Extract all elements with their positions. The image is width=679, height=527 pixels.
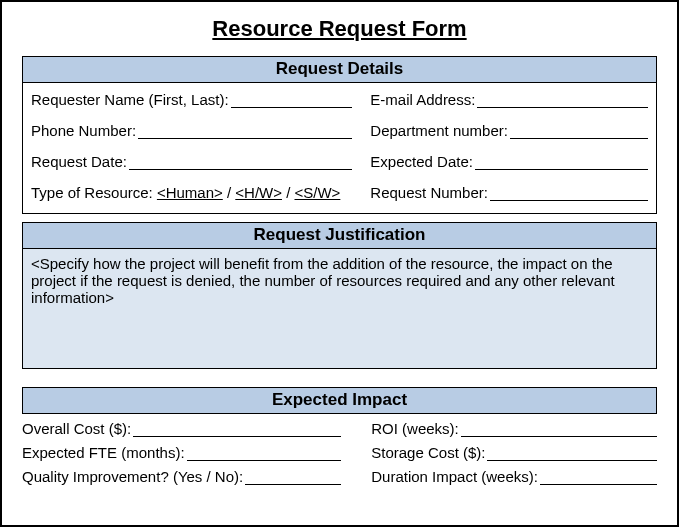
label-type: Type of Resource: <Human> / <H/W> / <S/W… [31,184,340,201]
label-requester-name: Requester Name (First, Last): [31,91,229,108]
label-duration: Duration Impact (weeks): [371,468,538,485]
blank-requester-name[interactable] [231,92,353,108]
blank-storage-cost[interactable] [487,445,657,461]
section-body-justification[interactable]: <Specify how the project will benefit fr… [22,249,657,369]
type-option-hw[interactable]: <H/W> [235,184,282,201]
section-header-justification: Request Justification [22,222,657,249]
blank-request-date[interactable] [129,154,352,170]
label-request-date: Request Date: [31,153,127,170]
blank-phone[interactable] [138,123,352,139]
section-body-details: Requester Name (First, Last): E-mail Add… [22,83,657,214]
blank-overall-cost[interactable] [133,421,341,437]
label-quality: Quality Improvement? (Yes / No): [22,468,243,485]
section-header-details: Request Details [22,56,657,83]
section-body-impact: Overall Cost ($): ROI (weeks): Expected … [22,414,657,485]
section-header-impact: Expected Impact [22,387,657,414]
blank-duration[interactable] [540,469,657,485]
label-roi: ROI (weeks): [371,420,459,437]
form-page: Resource Request Form Request Details Re… [0,0,679,527]
label-email: E-mail Address: [370,91,475,108]
justification-placeholder: <Specify how the project will benefit fr… [31,255,615,306]
form-title: Resource Request Form [22,16,657,42]
blank-email[interactable] [477,92,648,108]
blank-dept[interactable] [510,123,648,139]
type-option-human[interactable]: <Human> [157,184,223,201]
blank-request-number[interactable] [490,185,648,201]
blank-expected-date[interactable] [475,154,648,170]
blank-roi[interactable] [461,421,657,437]
label-request-number: Request Number: [370,184,488,201]
label-storage-cost: Storage Cost ($): [371,444,485,461]
label-expected-date: Expected Date: [370,153,473,170]
type-option-sw[interactable]: <S/W> [295,184,341,201]
label-expected-fte: Expected FTE (months): [22,444,185,461]
blank-expected-fte[interactable] [187,445,342,461]
label-overall-cost: Overall Cost ($): [22,420,131,437]
blank-quality[interactable] [245,469,341,485]
label-dept: Department number: [370,122,508,139]
label-phone: Phone Number: [31,122,136,139]
